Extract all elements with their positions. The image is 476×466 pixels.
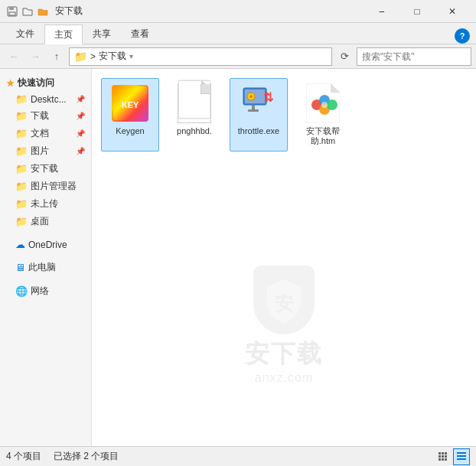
- title-bar-icons: [6, 5, 49, 18]
- up-button[interactable]: ↑: [47, 47, 66, 66]
- sidebar-item-thispc[interactable]: 🖥 此电脑: [0, 259, 91, 276]
- svg-point-22: [321, 102, 328, 108]
- minimize-button[interactable]: ‒: [364, 0, 399, 23]
- folder-icon: 📁: [15, 145, 28, 157]
- svg-text:KEY: KEY: [122, 100, 139, 109]
- address-bar: ← → ↑ 📁 > 安下载 ▾ ⟳ 🔍: [0, 44, 476, 69]
- pin-icon: 📌: [76, 95, 85, 103]
- item-label: 安下载: [31, 162, 85, 175]
- svg-rect-29: [439, 458, 441, 461]
- folder-icon: 📁: [15, 128, 28, 139]
- svg-rect-23: [439, 452, 441, 455]
- file-item-keygen[interactable]: KEY Keygen: [101, 78, 159, 152]
- svg-rect-13: [252, 105, 255, 109]
- maximize-button[interactable]: □: [399, 0, 435, 23]
- item-label: 网络: [31, 285, 85, 298]
- sidebar-item-unuploaded[interactable]: 📁 未上传: [0, 195, 91, 213]
- search-box[interactable]: 🔍: [357, 47, 471, 66]
- folder-icon: 📁: [15, 198, 28, 210]
- svg-rect-1: [9, 7, 14, 10]
- item-label: OneDrive: [28, 240, 85, 250]
- ribbon-tabs: 文件 主页 共享 查看 ?: [0, 23, 476, 44]
- pin-icon: 📌: [76, 129, 85, 138]
- sidebar-item-desk[interactable]: 📁 桌面: [0, 213, 91, 230]
- selected-count: 已选择 2 个项目: [54, 450, 119, 463]
- sidebar-item-anzaixia[interactable]: 📁 安下载: [0, 160, 91, 178]
- item-count: 4 个项目: [6, 450, 41, 463]
- file-label: 安下载帮助.htm: [298, 126, 348, 146]
- sidebar: ★ 快速访问 📁 Desktc... 📌 📁 下载 📌 📁 文档 📌 📁 图片 …: [0, 69, 92, 446]
- address-path[interactable]: 📁 > 安下载 ▾: [69, 47, 332, 66]
- exe-icon: ⇅: [242, 86, 275, 120]
- folder-icon: 📁: [15, 216, 28, 227]
- pin-icon: 📌: [76, 147, 85, 155]
- pin-icon: 📌: [76, 112, 85, 120]
- tab-view[interactable]: 查看: [121, 24, 159, 44]
- folder-icon: 📁: [15, 93, 28, 105]
- file-label: throttle.exe: [238, 126, 279, 136]
- folder-icon: 📁: [15, 181, 28, 192]
- search-input[interactable]: [362, 51, 476, 62]
- back-button[interactable]: ←: [5, 47, 23, 66]
- item-label: 未上传: [31, 197, 85, 210]
- sidebar-item-pics[interactable]: 📁 图片 📌: [0, 142, 91, 160]
- file-item-htm[interactable]: 安下载帮助.htm: [294, 78, 352, 152]
- svg-rect-27: [442, 455, 444, 458]
- svg-point-21: [327, 99, 337, 110]
- close-button[interactable]: ✕: [435, 0, 470, 23]
- window-controls: ‒ □ ✕: [364, 0, 470, 23]
- folder-icon-title: [37, 5, 49, 18]
- tab-home[interactable]: 主页: [44, 24, 83, 44]
- sidebar-divider2: [0, 253, 91, 259]
- forward-button[interactable]: →: [26, 47, 44, 66]
- list-view-button[interactable]: [435, 448, 452, 465]
- tab-file[interactable]: 文件: [6, 24, 44, 44]
- svg-rect-25: [445, 452, 447, 455]
- help-button[interactable]: ?: [455, 28, 470, 44]
- quick-access-header: ★ 快速访问: [0, 73, 91, 91]
- htm-icon-wrapper: [303, 83, 343, 123]
- htm-icon: [306, 83, 340, 123]
- file-label: pnghhbd.: [177, 126, 212, 136]
- tab-share[interactable]: 共享: [83, 24, 121, 44]
- svg-rect-32: [457, 452, 466, 454]
- exe-icon-wrapper: ⇅: [239, 83, 279, 123]
- save-icon: [6, 5, 18, 18]
- sidebar-item-downloads[interactable]: 📁 下载 📌: [0, 107, 91, 125]
- detail-view-button[interactable]: [453, 448, 470, 465]
- path-folder-icon: 📁: [74, 51, 87, 63]
- quick-access-label: 快速访问: [18, 77, 54, 90]
- refresh-button[interactable]: ⟳: [335, 47, 354, 66]
- file-item-exe[interactable]: ⇅ throttle.exe: [230, 78, 288, 152]
- sidebar-divider3: [0, 276, 91, 282]
- svg-rect-14: [248, 109, 259, 112]
- keygen-icon-wrapper: KEY: [110, 83, 150, 123]
- sidebar-item-network[interactable]: 🌐 网络: [0, 282, 91, 300]
- svg-rect-6: [178, 80, 210, 119]
- svg-rect-2: [9, 12, 15, 15]
- title-bar: 安下载 ‒ □ ✕: [0, 0, 476, 23]
- watermark-subtext: anxz.com: [255, 371, 313, 385]
- svg-rect-24: [442, 452, 444, 455]
- svg-rect-28: [445, 455, 447, 458]
- file-item-png[interactable]: pnghhbd.: [165, 78, 223, 152]
- svg-rect-34: [457, 458, 466, 460]
- path-current: 安下载: [99, 50, 126, 63]
- path-label: >: [90, 51, 96, 62]
- computer-icon: 🖥: [15, 262, 25, 273]
- sidebar-item-imgmgr[interactable]: 📁 图片管理器: [0, 178, 91, 195]
- sidebar-item-desktop[interactable]: 📁 Desktc... 📌: [0, 91, 91, 107]
- folder-icon: 📁: [15, 110, 28, 122]
- new-folder-icon: [21, 5, 34, 18]
- svg-text:安: 安: [273, 293, 293, 314]
- item-label: 文档: [31, 127, 73, 140]
- window-title: 安下载: [55, 5, 364, 18]
- sidebar-item-onedrive[interactable]: ☁ OneDrive: [0, 236, 91, 253]
- keygen-icon: KEY: [112, 85, 148, 122]
- sidebar-item-docs[interactable]: 📁 文档 📌: [0, 125, 91, 142]
- svg-text:⇅: ⇅: [263, 91, 274, 104]
- sidebar-divider: [0, 230, 91, 236]
- item-label: 桌面: [31, 215, 85, 228]
- watermark-shield: 安: [253, 266, 315, 334]
- svg-point-12: [249, 95, 253, 98]
